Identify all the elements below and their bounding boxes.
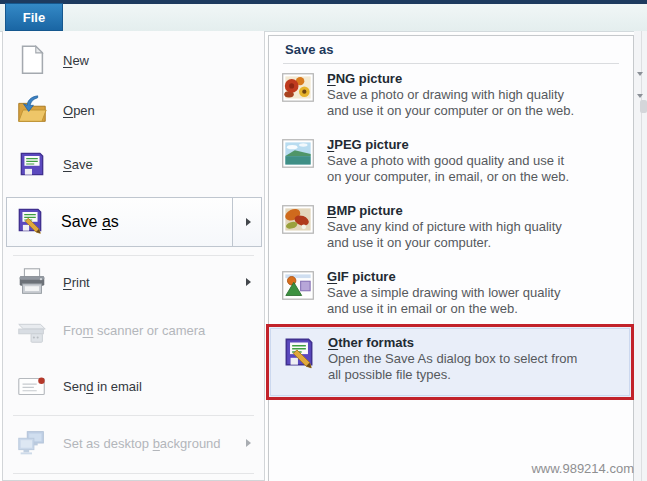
submenu-arrow-icon [246, 439, 251, 447]
file-menu-button[interactable]: File [5, 3, 63, 31]
save-as-submenu-panel: Save as PNG picture Save a pho [268, 35, 634, 481]
menu-separator [13, 415, 254, 416]
new-document-icon [13, 41, 51, 79]
background-scrollbar-fragment [640, 100, 647, 113]
submenu-item-description: Save any kind of picture with high quali… [327, 219, 562, 250]
background-dropdown-arrow-icon [637, 94, 643, 98]
gif-picture-icon [279, 267, 317, 305]
menu-item-save-as[interactable]: Save as [6, 197, 262, 247]
background-dropdown-arrow-icon [637, 72, 643, 76]
menu-item-save-as-main[interactable]: Save as [6, 197, 233, 247]
submenu-item-gif-picture[interactable]: GIF picture Save a simple drawing with l… [273, 263, 629, 327]
menu-item-save[interactable]: Save [3, 141, 264, 187]
submenu-item-title: Other formats [328, 335, 414, 350]
scanner-icon [13, 311, 51, 349]
menu-item-from-scanner-or-camera[interactable]: From scanner or camera [3, 307, 264, 353]
menu-item-label: Save [63, 157, 93, 172]
menu-item-label: Set as desktop background [63, 436, 221, 451]
submenu-item-bmp-picture[interactable]: BMP picture Save any kind of picture wit… [273, 197, 629, 261]
menu-item-label: From scanner or camera [63, 323, 205, 338]
menu-item-label: Print [63, 275, 90, 290]
save-as-submenu-arrow-cell[interactable] [232, 197, 262, 247]
submenu-item-description: Save a photo or drawing with high qualit… [327, 87, 574, 118]
png-picture-icon [279, 69, 317, 107]
menu-separator [13, 255, 254, 256]
submenu-header: Save as [285, 42, 333, 57]
submenu-item-title: JPEG picture [327, 137, 409, 152]
watermark-text: www.989214.com [531, 461, 634, 476]
save-floppy-icon [13, 145, 51, 183]
submenu-item-title: BMP picture [327, 203, 403, 218]
submenu-item-description: Save a photo with good quality and use i… [327, 153, 569, 184]
submenu-item-description: Save a simple drawing with lower quality… [327, 285, 560, 316]
menu-item-label: Open [63, 103, 95, 118]
submenu-item-title: GIF picture [327, 269, 396, 284]
submenu-item-text: GIF picture Save a simple drawing with l… [327, 267, 560, 316]
menu-item-send-in-email[interactable]: Send in email [3, 363, 264, 409]
submenu-item-text: BMP picture Save any kind of picture wit… [327, 201, 562, 250]
desktop-monitors-icon [13, 424, 51, 462]
menu-item-label: Save as [61, 213, 119, 231]
submenu-arrow-icon [246, 218, 251, 226]
menu-item-set-as-desktop-background[interactable]: Set as desktop background [3, 421, 264, 465]
submenu-item-other-formats[interactable]: Other formats Open the Save As dialog bo… [270, 328, 630, 396]
submenu-arrow-icon [246, 278, 251, 286]
email-envelope-icon [13, 367, 51, 405]
submenu-item-text: Other formats Open the Save As dialog bo… [328, 333, 577, 382]
submenu-item-text: PNG picture Save a photo or drawing with… [327, 69, 574, 118]
bmp-picture-icon [279, 201, 317, 239]
other-formats-floppy-icon [280, 333, 318, 371]
menu-separator [13, 473, 254, 474]
jpeg-picture-icon [279, 135, 317, 173]
submenu-header-separator [283, 63, 619, 64]
menu-item-print[interactable]: Print [3, 259, 264, 305]
submenu-item-jpeg-picture[interactable]: JPEG picture Save a photo with good qual… [273, 131, 629, 195]
menu-item-open[interactable]: Open [3, 87, 264, 133]
submenu-item-title: PNG picture [327, 71, 402, 86]
menu-item-label: Send in email [63, 379, 142, 394]
printer-icon [13, 263, 51, 301]
paint-file-menu-screen: File New Open [0, 0, 647, 481]
submenu-item-text: JPEG picture Save a photo with good qual… [327, 135, 569, 184]
background-window-edge [641, 31, 642, 481]
menu-item-new[interactable]: New [3, 37, 264, 83]
save-as-floppy-pencil-icon [14, 204, 46, 240]
file-menu-panel: New Open Save [2, 31, 265, 481]
menu-item-label: New [63, 53, 89, 68]
red-highlight-annotation: Other formats Open the Save As dialog bo… [266, 324, 634, 400]
open-folder-icon [13, 91, 51, 129]
ribbon-top-area [0, 4, 647, 32]
submenu-item-png-picture[interactable]: PNG picture Save a photo or drawing with… [273, 65, 629, 129]
submenu-item-description: Open the Save As dialog box to select fr… [328, 351, 577, 382]
